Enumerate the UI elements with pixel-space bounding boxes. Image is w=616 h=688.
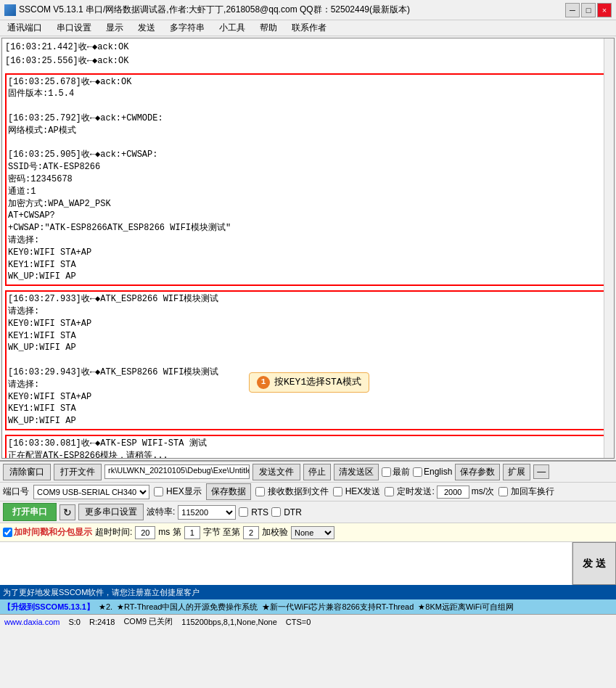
timed-unit: ms/次	[472, 486, 494, 498]
stop-button[interactable]: 停止	[303, 464, 331, 480]
minimize-button[interactable]: ─	[565, 3, 580, 17]
checksum-label: 加校验	[262, 526, 288, 538]
checksum-select[interactable]: None	[291, 526, 334, 539]
window-controls: ─ □ ×	[565, 3, 612, 17]
menu-contact[interactable]: 联系作者	[287, 20, 331, 36]
website-link[interactable]: www.daxia.com	[4, 618, 59, 626]
receive-to-file-text: 接收数据到文件	[268, 486, 329, 498]
expand-button[interactable]: 扩展	[503, 464, 530, 480]
maximize-button[interactable]: □	[581, 3, 596, 17]
timed-send-group: 定时发送: ms/次	[385, 486, 494, 499]
log-group-1: [16:03:25.678]收←◆ack:OK 固件版本:1.5.4 [16:0…	[5, 73, 608, 287]
hex-display-checkbox[interactable]	[154, 487, 163, 496]
log-group-2: [16:03:27.933]收←◆ATK_ESP8266 WIFI模块测试 请选…	[5, 290, 608, 430]
menu-multi-string[interactable]: 多字符串	[165, 20, 209, 36]
hex-display-text: HEX显示	[166, 486, 202, 498]
english-label: English	[424, 467, 452, 477]
hex-send-text: HEX发送	[345, 486, 381, 498]
last-checkbox-label[interactable]: 最前	[382, 466, 410, 478]
baud-status: 115200bps,8,1,None,None	[181, 618, 277, 626]
menu-tools[interactable]: 小工具	[215, 20, 250, 36]
r2418-status: R:2418	[89, 618, 115, 626]
menu-comm-port[interactable]: 通讯端口	[3, 20, 46, 36]
main-area: [16:03:21.442]收←◆ack:OK [16:03:25.556]收←…	[0, 36, 616, 688]
log-line-4: [16:03:27.933]收←◆ATK_ESP8266 WIFI模块测试 请选…	[8, 293, 605, 427]
menu-display[interactable]: 显示	[102, 20, 128, 36]
bottom-row-3: 打开串口 ↻ 更多串口设置 波特率: 115200 RTS DTR	[0, 501, 616, 523]
more-settings-button[interactable]: 更多串口设置	[78, 504, 144, 520]
carriage-return-checkbox[interactable]	[498, 487, 508, 496]
rts-label[interactable]: RTS	[239, 507, 268, 517]
carriage-return-label[interactable]: 加回车换行	[498, 486, 554, 498]
byte-unit: 字节 至第	[203, 526, 240, 538]
status-bar-bottom: www.daxia.com S:0 R:2418 COM9 已关闭 115200…	[0, 614, 616, 628]
close-button[interactable]: ×	[597, 3, 612, 17]
clear-window-button[interactable]: 清除窗口	[3, 464, 51, 480]
menu-send[interactable]: 发送	[134, 20, 160, 36]
send-button[interactable]: 发 送	[572, 542, 616, 585]
bottom-row-4: 加时间戳和分包显示 超时时间: ms 第 字节 至第 加校验 None	[0, 523, 616, 541]
save-data-button[interactable]: 保存数据	[206, 483, 251, 500]
baud-select[interactable]: 115200	[178, 505, 236, 520]
clear-send-button[interactable]: 清发送区	[334, 464, 379, 480]
english-checkbox-label[interactable]: English	[413, 467, 452, 477]
send-area: 发 送	[0, 541, 616, 585]
timed-send-input[interactable]	[437, 486, 469, 499]
minus-button[interactable]: —	[533, 464, 549, 479]
open-file-button[interactable]: 打开文件	[54, 464, 102, 480]
upgrade-link[interactable]: 【升级到SSCOM5.13.1】	[3, 602, 94, 613]
rts-checkbox[interactable]	[239, 507, 248, 517]
dtr-text: DTR	[284, 507, 302, 517]
title-bar: SSCOM V5.13.1 串口/网络数据调试器,作者:大虾丁丁,2618058…	[0, 0, 616, 20]
tooltip-bubble: 1 按KEY1选择STA模式	[249, 372, 369, 393]
timed-send-checkbox[interactable]	[385, 487, 394, 496]
highlight-label[interactable]: 加时间戳和分包显示	[3, 526, 92, 538]
timed-send-label[interactable]: 定时发送:	[385, 486, 434, 498]
byte2-input[interactable]	[243, 526, 259, 539]
wifi-text: ★8KM远距离WiFi可自组网	[418, 602, 514, 613]
dtr-checkbox[interactable]	[271, 507, 281, 517]
log-group-3: [16:03:30.081]收←◆ATK-ESP WIFI-STA 测试 正在配…	[5, 435, 608, 459]
send-textarea[interactable]	[0, 542, 572, 585]
highlight-checkbox[interactable]	[3, 528, 12, 537]
menu-serial-settings[interactable]: 串口设置	[52, 20, 96, 36]
s0-status: S:0	[68, 618, 81, 626]
send-file-button[interactable]: 发送文件	[252, 464, 300, 480]
filepath-display: rk\ULWKN_20210105\Debug\Exe\Untitled30.b…	[104, 464, 250, 479]
port-label: 端口号	[3, 486, 29, 498]
star2: ★2.	[99, 602, 112, 612]
com9-status: COM9 已关闭	[123, 616, 173, 627]
ms-label: ms 第	[158, 526, 181, 538]
status-bar-top: 为了更好地发展SSCOM软件，请您注册嘉立创捷屋客户	[0, 585, 616, 599]
english-checkbox[interactable]	[413, 467, 422, 477]
scrollbar[interactable]	[604, 38, 614, 458]
log-line-3: [16:03:25.678]收←◆ack:OK 固件版本:1.5.4 [16:0…	[8, 76, 605, 284]
last-checkbox[interactable]	[382, 467, 391, 477]
carriage-return-text: 加回车换行	[511, 486, 554, 498]
hex-send-checkbox[interactable]	[333, 487, 342, 496]
hex-send-label[interactable]: HEX发送	[333, 486, 381, 498]
app-icon	[4, 4, 16, 16]
receive-to-file-checkbox[interactable]	[255, 487, 265, 496]
tooltip-text: 按KEY1选择STA模式	[274, 376, 361, 389]
dtr-label[interactable]: DTR	[271, 507, 302, 517]
refresh-button[interactable]: ↻	[59, 504, 75, 520]
hex-display-label[interactable]: HEX显示	[154, 486, 202, 498]
log-line-5: [16:03:30.081]收←◆ATK-ESP WIFI-STA 测试 正在配…	[8, 438, 605, 459]
timeout-input[interactable]	[135, 526, 155, 539]
upgrade-bar: 【升级到SSCOM5.13.1】 ★2. ★RT-Thread中国人的开源免费操…	[0, 599, 616, 614]
menu-help[interactable]: 帮助	[255, 20, 282, 36]
log-area[interactable]: [16:03:21.442]收←◆ack:OK [16:03:25.556]收←…	[1, 38, 615, 459]
log-line-1: [16:03:21.442]收←◆ack:OK	[5, 41, 611, 55]
baud-label: 波特率:	[147, 506, 175, 518]
open-port-button[interactable]: 打开串口	[3, 503, 57, 521]
highlight-text: 加时间戳和分包显示	[14, 526, 92, 538]
window-title: SSCOM V5.13.1 串口/网络数据调试器,作者:大虾丁丁,2618058…	[19, 4, 565, 16]
port-select[interactable]: COM9 USB-SERIAL CH340	[33, 485, 149, 499]
byte1-input[interactable]	[184, 526, 200, 539]
cts-status: CTS=0	[286, 618, 311, 626]
receive-to-file-label[interactable]: 接收数据到文件	[255, 486, 329, 498]
log-line-2: [16:03:25.556]收←◆ack:OK	[5, 55, 611, 72]
save-param-button[interactable]: 保存参数	[455, 464, 500, 480]
menu-bar: 通讯端口 串口设置 显示 发送 多字符串 小工具 帮助 联系作者	[0, 20, 616, 36]
